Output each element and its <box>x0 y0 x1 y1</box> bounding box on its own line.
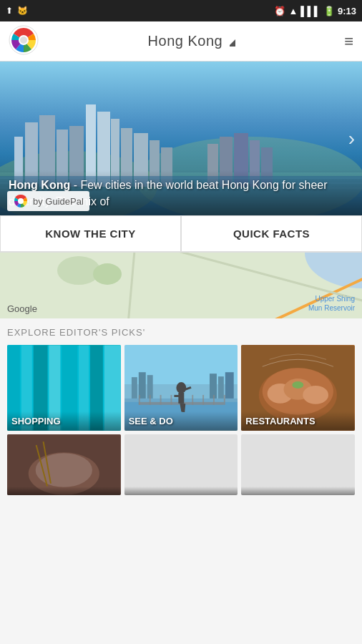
attribution-text: by GuidePal <box>33 196 84 207</box>
restaurants-label: RESTAURANTS <box>241 411 355 431</box>
svg-rect-42 <box>138 372 145 399</box>
hero-section: Hong Kong - Few cities in the world beat… <box>0 62 362 215</box>
header-signal-indicator <box>228 39 235 47</box>
explore-item-empty1[interactable] <box>124 434 238 495</box>
battery-icon: 🔋 <box>323 6 335 16</box>
app-logo <box>9 25 39 58</box>
empty1-label <box>124 487 238 495</box>
svg-rect-46 <box>225 372 233 399</box>
status-bar: ⬆ 🐱 ⏰ ▲ ▌▌▌ 🔋 9:13 <box>0 0 362 21</box>
svg-rect-51 <box>170 395 172 405</box>
svg-point-28 <box>18 198 24 204</box>
food2-label <box>7 487 121 495</box>
svg-rect-48 <box>138 395 140 405</box>
tab-quick-facts[interactable]: QUICK FACTS <box>181 215 362 252</box>
svg-rect-54 <box>202 395 204 405</box>
hero-next-button[interactable]: › <box>348 127 355 150</box>
page-title: Hong Kong <box>148 33 223 49</box>
hero-city-name: Hong Kong <box>9 179 70 191</box>
svg-point-73 <box>36 453 92 487</box>
explore-item-food2[interactable] <box>7 434 121 495</box>
map-green-area-2 <box>93 263 122 285</box>
svg-rect-55 <box>213 395 215 405</box>
explore-item-seedo[interactable]: SEE & DO <box>124 345 238 431</box>
map-road-gray-2 <box>123 253 137 318</box>
explore-grid: SHOPPING <box>7 345 355 495</box>
map-provider-label: Google <box>7 303 37 314</box>
explore-item-restaurants[interactable]: RESTAURANTS <box>241 345 355 431</box>
shopping-label: SHOPPING <box>7 411 121 431</box>
seedo-label: SEE & DO <box>124 411 238 431</box>
empty2-label <box>241 487 355 495</box>
guidepal-logo-icon <box>13 193 29 209</box>
time-display: 9:13 <box>338 6 356 16</box>
map-section[interactable]: Google Upper ShingMun Reservoir <box>0 253 362 318</box>
header-title-group: Hong Kong <box>148 33 235 49</box>
tab-know-city[interactable]: KNOW THE CITY <box>0 215 181 252</box>
tab-bar: KNOW THE CITY QUICK FACTS <box>0 215 362 253</box>
menu-button[interactable]: ≡ <box>344 32 353 51</box>
status-right-info: ⏰ ▲ ▌▌▌ 🔋 9:13 <box>274 6 356 16</box>
wifi-icon: ▲ <box>288 6 298 16</box>
svg-point-69 <box>293 381 304 389</box>
explore-item-shopping[interactable]: SHOPPING <box>7 345 121 431</box>
svg-rect-58 <box>178 393 184 404</box>
map-background: Google Upper ShingMun Reservoir <box>0 253 362 318</box>
svg-point-57 <box>176 382 186 394</box>
signal-icon: ▌▌▌ <box>300 6 321 16</box>
hero-attribution: by GuidePal <box>7 191 89 211</box>
svg-rect-49 <box>149 395 150 405</box>
cat-icon: 🐱 <box>17 6 28 16</box>
explore-section-title: EXPLORE EDITOR'S PICKS' <box>7 327 355 338</box>
svg-rect-56 <box>223 395 225 405</box>
upload-icon: ⬆ <box>6 6 13 16</box>
explore-section: EXPLORE EDITOR'S PICKS' SHOPPI <box>0 318 362 501</box>
alarm-icon: ⏰ <box>274 6 285 16</box>
svg-rect-45 <box>218 376 224 399</box>
svg-point-68 <box>303 386 329 404</box>
status-left-icons: ⬆ 🐱 <box>6 6 28 16</box>
svg-rect-53 <box>192 395 193 405</box>
explore-item-empty2[interactable] <box>241 434 355 495</box>
app-header: Hong Kong ≡ <box>0 21 362 62</box>
svg-rect-59 <box>174 395 181 397</box>
svg-point-2 <box>20 36 27 44</box>
svg-rect-44 <box>210 374 217 399</box>
svg-rect-41 <box>132 377 137 399</box>
map-location-label: Upper ShingMun Reservoir <box>308 294 355 313</box>
svg-rect-50 <box>160 395 161 405</box>
